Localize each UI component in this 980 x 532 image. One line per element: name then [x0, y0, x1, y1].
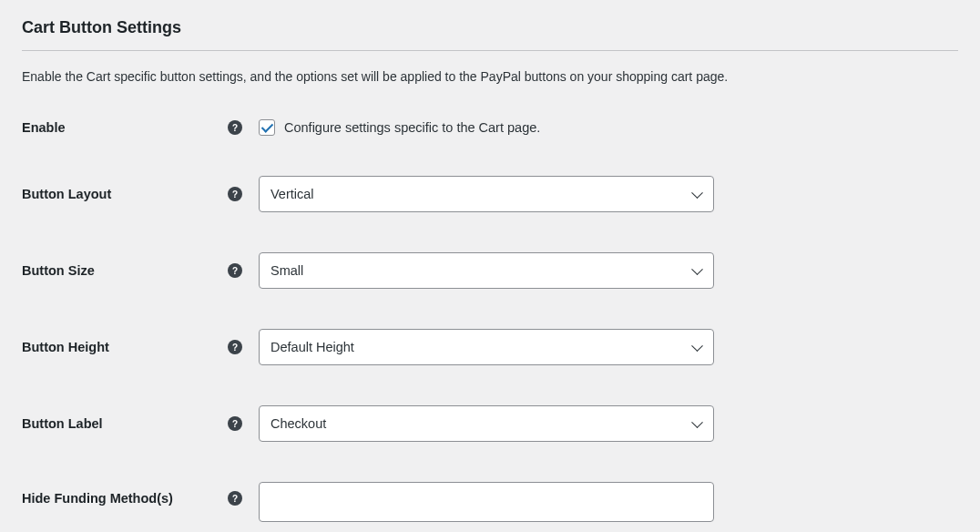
- help-icon[interactable]: ?: [228, 491, 242, 506]
- enable-checkbox[interactable]: [259, 119, 275, 136]
- button-height-select[interactable]: Default Height: [259, 329, 714, 365]
- field-label-button-height: Button Height ?: [22, 340, 259, 354]
- field-control: Small: [259, 252, 714, 289]
- field-control: [259, 482, 714, 522]
- field-button-layout: Button Layout ? Vertical: [22, 176, 958, 212]
- button-label-select[interactable]: Checkout: [259, 405, 714, 442]
- field-button-height: Button Height ? Default Height: [22, 329, 958, 365]
- label-text: Enable: [22, 120, 66, 135]
- help-icon[interactable]: ?: [228, 416, 242, 431]
- select-wrap: Checkout: [259, 405, 714, 442]
- section-title: Cart Button Settings: [22, 18, 958, 51]
- cart-button-settings-section: Cart Button Settings Enable the Cart spe…: [0, 0, 980, 532]
- label-text: Button Layout: [22, 187, 111, 201]
- enable-checkbox-wrap[interactable]: Configure settings specific to the Cart …: [259, 119, 540, 136]
- label-text: Button Size: [22, 263, 95, 278]
- select-wrap: Vertical: [259, 176, 714, 212]
- label-text: Button Height: [22, 340, 109, 354]
- help-icon[interactable]: ?: [228, 187, 242, 201]
- help-icon[interactable]: ?: [228, 120, 242, 135]
- enable-checkbox-label: Configure settings specific to the Cart …: [284, 120, 540, 135]
- field-control: Checkout: [259, 405, 714, 442]
- field-label-enable: Enable ?: [22, 120, 259, 135]
- field-button-label: Button Label ? Checkout: [22, 405, 958, 442]
- select-wrap: Default Height: [259, 329, 714, 365]
- button-layout-select[interactable]: Vertical: [259, 176, 714, 212]
- field-label-button-label: Button Label ?: [22, 416, 259, 431]
- field-control: Configure settings specific to the Cart …: [259, 119, 714, 136]
- field-enable: Enable ? Configure settings specific to …: [22, 119, 958, 136]
- label-text: Button Label: [22, 416, 103, 431]
- field-label-button-layout: Button Layout ?: [22, 187, 259, 201]
- field-control: Vertical: [259, 176, 714, 212]
- help-icon[interactable]: ?: [228, 263, 242, 278]
- section-description: Enable the Cart specific button settings…: [22, 67, 958, 87]
- label-text: Hide Funding Method(s): [22, 491, 173, 506]
- field-button-size: Button Size ? Small: [22, 252, 958, 289]
- field-label-button-size: Button Size ?: [22, 263, 259, 278]
- button-size-select[interactable]: Small: [259, 252, 714, 289]
- hide-funding-input[interactable]: [259, 482, 714, 522]
- select-wrap: Small: [259, 252, 714, 289]
- field-control: Default Height: [259, 329, 714, 365]
- field-label-hide-funding: Hide Funding Method(s) ?: [22, 482, 259, 506]
- help-icon[interactable]: ?: [228, 340, 242, 354]
- field-hide-funding: Hide Funding Method(s) ?: [22, 482, 958, 522]
